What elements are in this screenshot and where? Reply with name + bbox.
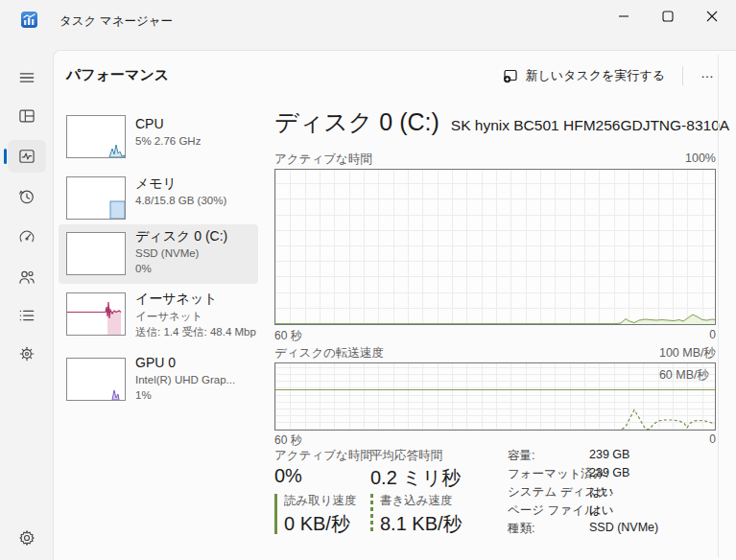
transfer-rate-chart: 60 MB/秒	[274, 362, 716, 431]
list-item-detail: イーサネット	[135, 310, 202, 324]
capacity-label: 容量:	[508, 448, 534, 464]
read-speed-stat-value: 0 KB/秒	[284, 511, 350, 537]
active-time-stat-value: 0%	[274, 465, 302, 487]
hamburger-menu-button[interactable]	[8, 61, 46, 94]
performance-icon	[17, 147, 36, 166]
sidebar-item-services[interactable]	[8, 338, 46, 370]
formatted-value: 239 GB	[589, 466, 629, 479]
chart1-x-left: 60 秒	[274, 328, 302, 344]
list-item-memory[interactable]: メモリ 4.8/15.8 GB (30%)	[59, 170, 258, 229]
selected-accent-bar	[4, 149, 7, 164]
cpu-mini-chart	[66, 115, 126, 158]
close-icon	[706, 11, 718, 22]
read-speed-stat-label: 読み取り速度	[284, 493, 357, 509]
list-item-name: メモリ	[135, 175, 177, 193]
close-button[interactable]	[690, 0, 734, 33]
write-speed-stat-label: 書き込み速度	[380, 493, 453, 509]
list-item-detail2: 0%	[135, 263, 152, 274]
chart2-max: 100 MB/秒	[659, 345, 716, 362]
minimize-button[interactable]	[602, 0, 646, 33]
clock-history-icon	[17, 187, 36, 206]
chart1-max: 100%	[685, 152, 716, 168]
gpu-mini-chart	[66, 358, 126, 401]
write-speed-legend-swatch	[370, 494, 373, 534]
window-controls	[602, 0, 734, 33]
type-label: 種類:	[508, 521, 534, 537]
list-item-gpu[interactable]: GPU 0 Intel(R) UHD Grap... 1%	[59, 353, 258, 414]
list-item-detail2: 1%	[135, 389, 152, 401]
page-title: パフォーマンス	[66, 66, 169, 84]
sidebar-item-processes[interactable]	[8, 100, 46, 132]
active-time-stat-label: アクティブな時間	[274, 448, 372, 464]
page-file-value: はい	[589, 502, 614, 519]
sidebar-item-app-history[interactable]	[8, 180, 46, 213]
services-cog-icon	[17, 344, 36, 363]
sidebar	[0, 50, 53, 560]
minimize-icon	[618, 11, 629, 22]
type-value: SSD (NVMe)	[589, 521, 658, 534]
list-item-detail: 4.8/15.8 GB (30%)	[135, 195, 226, 206]
list-item-cpu[interactable]: CPU 5% 2.76 GHz	[59, 108, 258, 168]
chart1-label: アクティブな時間	[274, 152, 372, 168]
processes-icon	[17, 106, 36, 126]
hamburger-icon	[17, 68, 36, 87]
list-item-detail: 5% 2.76 GHz	[135, 135, 201, 147]
disk-detail-pane: ディスク 0 (C:)SK hynix BC501 HFM256GDJTNG-8…	[274, 51, 718, 560]
window-title: タスク マネージャー	[59, 13, 173, 30]
active-time-chart	[274, 169, 716, 325]
chart2-x-left: 60 秒	[274, 432, 302, 449]
disk-title: ディスク 0 (C:)	[274, 108, 439, 135]
disk-model: SK hynix BC501 HFM256GDJTNG-8310A	[451, 117, 729, 133]
list-item-name: CPU	[135, 116, 164, 131]
avg-response-stat-value: 0.2 ミリ秒	[370, 465, 461, 491]
maximize-icon	[662, 11, 674, 22]
avg-response-stat-label: 平均応答時間	[370, 448, 442, 464]
sidebar-item-startup-apps[interactable]	[8, 221, 46, 253]
list-item-name: ディスク 0 (C:)	[135, 228, 227, 245]
list-item-name: イーサネット	[135, 291, 218, 308]
task-manager-app-icon	[21, 12, 37, 28]
sidebar-item-performance[interactable]	[8, 140, 46, 173]
content-panel: パフォーマンス 新しいタスクを実行する … CPU 5% 2.76 GHz	[53, 50, 736, 560]
chart2-x-right: 0	[709, 432, 716, 449]
disk-mini-chart	[66, 232, 126, 275]
users-icon	[17, 268, 36, 287]
list-item-name: GPU 0	[135, 355, 176, 370]
chart2-label: ディスクの転送速度	[274, 345, 384, 362]
list-icon	[17, 306, 36, 325]
system-disk-value: はい	[589, 484, 614, 501]
sidebar-item-settings[interactable]	[8, 522, 46, 554]
list-item-detail: SSD (NVMe)	[135, 247, 199, 259]
write-speed-stat-value: 8.1 KB/秒	[380, 511, 463, 537]
list-item-detail: Intel(R) UHD Grap...	[135, 374, 235, 385]
list-item-disk[interactable]: ディスク 0 (C:) SSD (NVMe) 0%	[59, 224, 258, 284]
list-item-detail2: 送信: 1.4 受信: 48.4 Mbp	[135, 325, 256, 339]
list-item-ethernet[interactable]: イーサネット イーサネット 送信: 1.4 受信: 48.4 Mbp	[59, 289, 258, 350]
scrollbar-track[interactable]	[718, 55, 719, 557]
titlebar: タスク マネージャー	[0, 0, 736, 50]
capacity-value: 239 GB	[589, 448, 629, 461]
sidebar-item-details[interactable]	[8, 299, 46, 332]
chart1-x-right: 0	[709, 328, 716, 344]
maximize-button[interactable]	[646, 0, 690, 33]
read-speed-legend-swatch	[274, 494, 277, 534]
page-file-label: ページ ファイル:	[508, 502, 600, 519]
settings-gear-icon	[17, 528, 36, 548]
ethernet-mini-chart	[66, 292, 126, 336]
sidebar-item-users[interactable]	[8, 261, 46, 293]
gauge-icon	[17, 227, 36, 246]
memory-mini-chart	[66, 176, 126, 220]
